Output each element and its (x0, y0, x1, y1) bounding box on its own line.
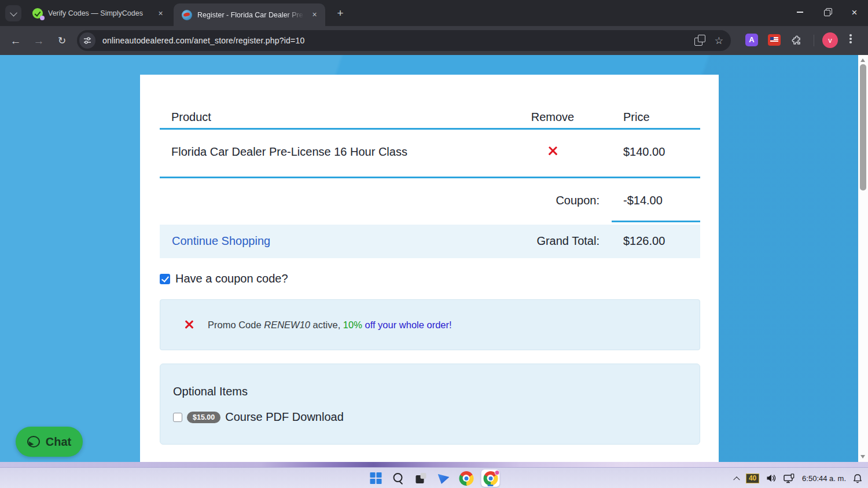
remove-promo-button[interactable] (184, 320, 194, 330)
register-favicon (182, 10, 192, 20)
back-button[interactable]: ← (8, 34, 23, 49)
cart-item-price: $140.00 (623, 145, 665, 159)
taskbar-app-dark[interactable] (414, 471, 429, 486)
active-app-indicator (488, 485, 494, 486)
notification-bell-icon[interactable] (853, 474, 862, 483)
taskbar-icons (369, 468, 500, 488)
promo-banner: Promo Code RENEW10 active, 10% off your … (160, 299, 700, 350)
promo-percent: 10% (343, 320, 362, 330)
optional-item-label[interactable]: Course PDF Download (225, 410, 344, 424)
optional-item-price-badge: $15.00 (187, 412, 220, 423)
chat-button-label: Chat (46, 435, 71, 449)
promo-prefix: Promo Code (208, 320, 264, 330)
browser-toolbar: ← → ↻ onlineautodealered.com/anet_store/… (0, 26, 868, 55)
grand-total-label: Grand Total: (406, 234, 599, 248)
tune-icon (83, 36, 92, 45)
new-tab-button[interactable]: + (333, 6, 347, 20)
column-header-product: Product (171, 111, 211, 124)
profile-avatar[interactable]: v (822, 32, 838, 48)
close-window-button[interactable]: × (841, 0, 868, 24)
taskbar-chrome[interactable] (459, 471, 474, 486)
browser-tab-strip: Verify Codes — SimplyCodes × Register - … (0, 0, 868, 26)
coupon-checkbox-row: Have a coupon code? (160, 272, 288, 285)
desktop-wallpaper-strip (0, 462, 868, 467)
scroll-down-arrow[interactable] (860, 455, 865, 458)
extensions-puzzle-icon[interactable] (790, 34, 803, 46)
scrollbar-thumb[interactable] (860, 64, 866, 190)
promo-code: RENEW10 (264, 320, 310, 330)
speaker-icon[interactable] (766, 474, 777, 483)
window-controls: × (786, 0, 868, 26)
close-icon: × (852, 8, 858, 17)
page-viewport: Product Remove Price Florida Car Dealer … (0, 55, 868, 462)
promo-message: Promo Code RENEW10 active, 10% off your … (208, 320, 452, 331)
restore-icon (825, 9, 830, 15)
tab-simplycodes[interactable]: Verify Codes — SimplyCodes × (24, 4, 171, 23)
address-bar[interactable]: onlineautodealered.com/anet_store/regist… (77, 30, 731, 51)
taskbar-app-blue[interactable] (436, 471, 451, 486)
blue-app-icon (437, 471, 451, 485)
column-header-remove: Remove (510, 111, 595, 124)
restore-button[interactable] (814, 0, 841, 24)
reload-button[interactable]: ↻ (54, 34, 69, 49)
simplycodes-favicon (32, 8, 43, 19)
tray-chevron-up-icon[interactable] (733, 476, 740, 483)
chrome-icon (483, 471, 498, 486)
tab-close-icon[interactable]: × (310, 10, 319, 20)
site-settings-button[interactable] (79, 32, 95, 49)
coupon-checkbox-label[interactable]: Have a coupon code? (175, 272, 288, 285)
tab-title: Verify Codes — SimplyCodes (48, 9, 150, 17)
network-icon[interactable] (784, 474, 795, 483)
minimize-icon (797, 12, 803, 13)
taskbar: 40 6:50:44 a. m. (0, 467, 868, 488)
clock[interactable]: 6:50:44 a. m. (802, 474, 846, 483)
optional-item-checkbox[interactable] (173, 413, 182, 422)
promo-suffix: off your whole order! (362, 320, 452, 330)
table-divider (160, 128, 700, 130)
remove-item-button[interactable] (547, 145, 558, 156)
puzzle-glyph (790, 34, 803, 46)
cart-card: Product Remove Price Florida Car Dealer … (140, 75, 719, 462)
bookmark-star-icon[interactable]: ☆ (715, 35, 723, 47)
optional-items-box: Optional Items $15.00 Course PDF Downloa… (160, 364, 700, 445)
minimize-button[interactable] (786, 0, 814, 24)
tab-close-icon[interactable]: × (156, 9, 165, 19)
cart-item-name: Florida Car Dealer Pre-License 16 Hour C… (171, 145, 407, 159)
taskbar-chrome-active[interactable] (481, 469, 500, 487)
windows-logo-icon (370, 472, 382, 484)
optional-items-title: Optional Items (173, 385, 248, 398)
coupon-checkbox[interactable] (160, 274, 170, 284)
tab-search-button[interactable] (5, 5, 21, 21)
scroll-up-arrow[interactable] (860, 58, 865, 62)
promo-middle: active, (310, 320, 343, 330)
tab-register[interactable]: Register - Florida Car Dealer Pre × (174, 3, 325, 26)
coupon-amount: -$14.00 (623, 194, 663, 207)
profile-badge-dot (494, 470, 499, 475)
page-scrollbar[interactable] (858, 55, 868, 462)
tray-indicator-badge[interactable]: 40 (746, 474, 759, 483)
screen: Verify Codes — SimplyCodes × Register - … (0, 0, 868, 488)
extension-flag-icon[interactable] (768, 34, 781, 46)
continue-shopping-link[interactable]: Continue Shopping (172, 234, 270, 248)
translate-icon[interactable] (694, 35, 705, 46)
grand-total-amount: $126.00 (623, 234, 665, 248)
chrome-icon (459, 471, 473, 486)
chat-button[interactable]: Chat (16, 427, 83, 457)
table-divider (160, 177, 700, 178)
extension-a-icon[interactable]: A (745, 34, 758, 46)
toolbar-divider (814, 35, 814, 46)
browser-menu-button[interactable] (849, 34, 852, 47)
system-tray: 40 6:50:44 a. m. (734, 468, 862, 488)
tab-title: Register - Florida Car Dealer Pre (197, 11, 304, 19)
url-text[interactable]: onlineautodealered.com/anet_store/regist… (102, 36, 304, 45)
optional-item-row: $15.00 Course PDF Download (173, 410, 344, 424)
taskbar-search-button[interactable] (391, 471, 406, 486)
search-icon (393, 472, 404, 484)
remove-cell (510, 145, 595, 156)
coupon-label: Coupon: (406, 194, 599, 207)
forward-button[interactable]: → (31, 34, 46, 49)
start-button[interactable] (369, 471, 384, 486)
notification-dot (40, 16, 45, 20)
chat-bubble-icon (27, 436, 40, 447)
price-divider (612, 221, 700, 222)
